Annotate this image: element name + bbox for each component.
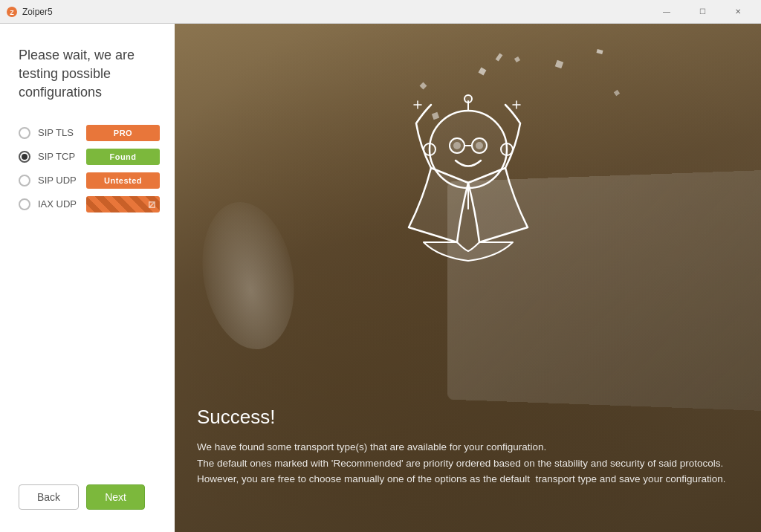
radio-sip-udp[interactable] [19,175,30,186]
illustration-area [357,49,580,331]
protocol-item-iax-udp: IAX UDP ⧄ [19,196,160,213]
title-bar-left: Z Zoiper5 [6,6,53,18]
protocol-name-sip-udp: SIP UDP [38,175,79,186]
status-bar-sip-tcp: Found [86,149,160,165]
protocol-name-sip-tcp: SIP TCP [38,151,79,162]
panel-title: Please wait, we are testing possible con… [19,46,160,103]
svg-text:Z: Z [10,9,14,16]
right-panel: Success! We have found some transport ty… [175,24,761,532]
svg-point-13 [501,143,513,155]
svg-point-15 [464,95,472,103]
next-button[interactable]: Next [86,484,145,510]
button-area: Back Next [19,484,160,517]
radio-sip-tcp[interactable] [19,151,30,163]
left-panel: Please wait, we are testing possible con… [0,24,175,532]
maximize-button[interactable]: ☐ [685,0,719,24]
success-title: Success! [197,406,739,429]
status-bar-iax-udp: ⧄ [86,196,160,213]
protocol-name-iax-udp: IAX UDP [38,198,79,210]
app-icon: Z [6,6,18,18]
status-bar-sip-udp: Untested [86,172,160,189]
back-button[interactable]: Back [19,484,79,510]
radio-sip-tls[interactable] [19,127,30,139]
svg-point-12 [424,143,435,155]
protocol-item-sip-udp: SIP UDP Untested [19,172,160,189]
title-bar: Z Zoiper5 — ☐ ✕ [0,0,761,24]
svg-point-6 [476,142,483,149]
protocol-item-sip-tcp: SIP TCP Found [19,149,160,165]
success-content: Success! We have found some transport ty… [197,406,739,487]
protocol-item-sip-tls: SIP TLS PRO [19,125,160,141]
close-button[interactable]: ✕ [721,0,755,24]
app-title: Zoiper5 [22,7,53,17]
main-content: Please wait, we are testing possible con… [0,24,761,532]
title-bar-controls: — ☐ ✕ [650,0,755,24]
protocol-name-sip-tls: SIP TLS [38,127,79,138]
minimize-button[interactable]: — [650,0,684,24]
status-bar-sip-tls: PRO [86,125,160,141]
success-description: We have found some transport type(s) tha… [197,439,739,487]
protocol-list: SIP TLS PRO SIP TCP Found SIP UDP Untest… [19,125,160,213]
svg-point-5 [453,142,461,149]
radio-iax-udp[interactable] [19,198,30,210]
svg-point-2 [430,111,507,188]
doodle-character [364,64,572,317]
left-panel-top: Please wait, we are testing possible con… [19,46,160,213]
